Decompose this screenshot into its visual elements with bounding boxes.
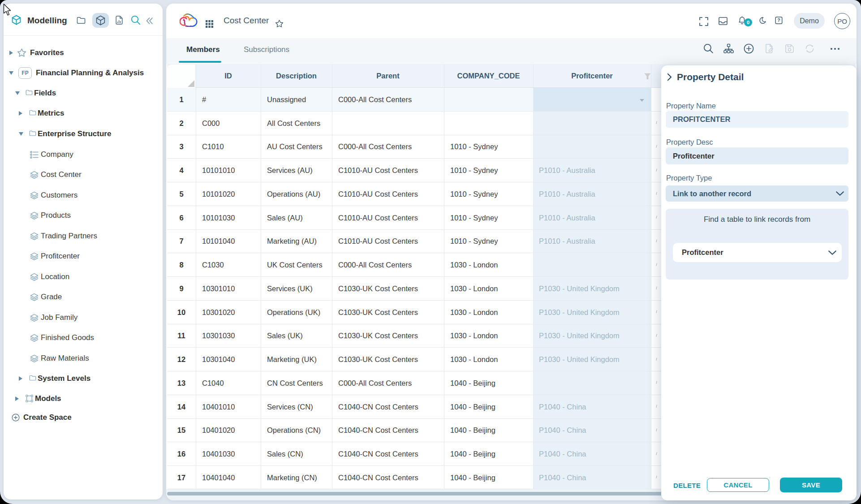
svg-text:?: ?: [777, 18, 780, 23]
